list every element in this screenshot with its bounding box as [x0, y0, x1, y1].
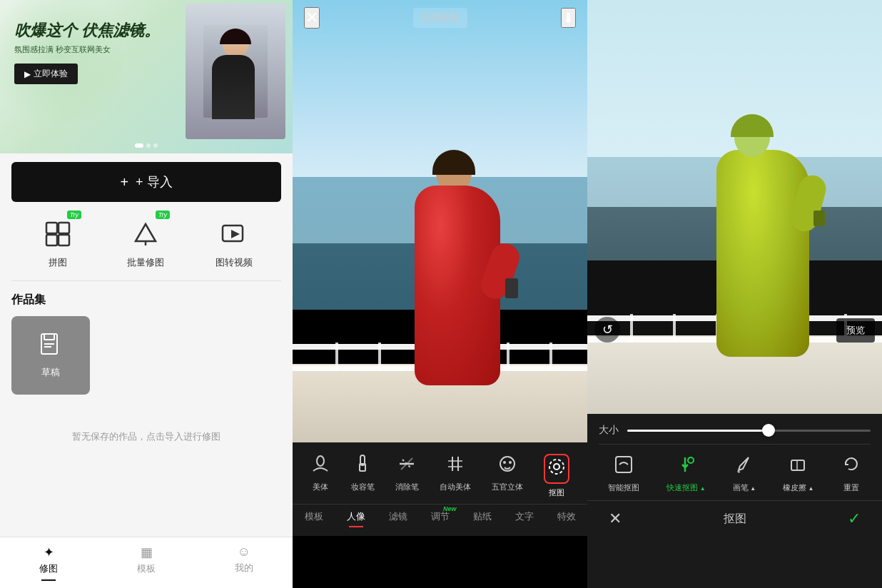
feature-collage[interactable]: Try 拼图: [40, 216, 76, 269]
preview-label: 预览: [846, 325, 865, 335]
nav-tab-adjust[interactable]: New 调节: [424, 509, 457, 524]
tab-mine-label: 我的: [235, 562, 253, 574]
collage-icon: [40, 216, 76, 252]
r-tool-smart-matting[interactable]: 智能抠图: [608, 455, 639, 493]
tab-mine[interactable]: ☺ 我的: [195, 537, 293, 588]
svg-point-25: [554, 464, 559, 470]
tool-auto-beauty[interactable]: 自动美体: [440, 454, 471, 498]
tool-erase[interactable]: 消除笔: [395, 454, 419, 498]
apply-template-button[interactable]: 应用模板: [413, 8, 467, 28]
template-tab-icon: ▦: [141, 544, 153, 560]
svg-rect-26: [616, 457, 632, 472]
r-person-head: [734, 118, 770, 157]
r-person-body: [716, 150, 809, 357]
svg-point-22: [503, 461, 506, 464]
svg-rect-1: [59, 223, 69, 233]
nav-tab-text[interactable]: 文字: [508, 509, 541, 524]
preview-button[interactable]: 预览: [836, 318, 875, 343]
close-button[interactable]: ✕: [304, 7, 320, 29]
makeup-label: 妆容笔: [351, 482, 375, 492]
nav-tab-template[interactable]: 模板: [298, 509, 330, 524]
r-tool-eraser[interactable]: 橡皮擦: [783, 455, 813, 493]
slider-thumb[interactable]: [762, 424, 775, 437]
railing-post-1: [335, 343, 338, 371]
tool-facial[interactable]: 五官立体: [492, 454, 523, 498]
r-railing-post-2: [673, 314, 676, 343]
auto-beauty-label: 自动美体: [440, 482, 471, 492]
draft-item[interactable]: 草稿: [11, 316, 90, 395]
smart-matting-label: 智能抠图: [608, 482, 639, 493]
nav-tab-sticker[interactable]: 贴纸: [466, 509, 499, 524]
nav-tab-portrait[interactable]: 人像: [340, 509, 372, 524]
tab-template[interactable]: ▦ 模板: [98, 537, 196, 588]
empty-state: 暂无保存的作品，点击导入进行修图: [11, 416, 281, 457]
features-row: Try 拼图 Try 批量修图: [0, 211, 293, 280]
right-bottom-controls: 大小 智能抠图 快速抠图: [587, 414, 882, 588]
svg-rect-9: [44, 334, 54, 340]
tool-beauty[interactable]: 美体: [310, 454, 330, 498]
try-badge-collage: Try: [67, 211, 81, 219]
facial-icon: [497, 454, 517, 478]
svg-point-12: [317, 456, 324, 466]
arrow-icon: ▶: [24, 69, 31, 79]
bottom-nav-tabs: 模板 人像 滤镜 New 调节 贴纸 文字 特效: [293, 504, 587, 529]
banner-title: 吹爆这个 伏焦滤镜。: [14, 21, 160, 40]
erase-icon: [397, 454, 417, 478]
r-tool-quick-matting[interactable]: 快速抠图: [666, 455, 705, 493]
reset-icon: [841, 455, 861, 479]
phone: [505, 278, 518, 298]
action-label: 抠图: [724, 512, 746, 527]
person-body: [415, 186, 500, 385]
confirm-button[interactable]: ✓: [848, 510, 861, 528]
r-person-hair: [731, 114, 774, 137]
r-tool-reset[interactable]: 重置: [841, 455, 861, 493]
banner-text: 吹爆这个 伏焦滤镜。 氛围感拉满 秒变互联网美女 ▶ 立即体验: [14, 21, 160, 84]
import-button[interactable]: + + 导入: [11, 162, 281, 202]
size-label: 大小: [599, 424, 619, 437]
portrait-tab-label: 人像: [347, 510, 365, 523]
person-figure: [415, 153, 500, 385]
beauty-label: 美体: [313, 482, 328, 492]
cancel-button[interactable]: ✕: [609, 510, 622, 528]
r-railing-post-1: [630, 314, 633, 343]
r-tool-brush[interactable]: 画笔: [733, 455, 756, 493]
download-button[interactable]: ⬇: [561, 8, 576, 28]
promo-banner: 吹爆这个 伏焦滤镜。 氛围感拉满 秒变互联网美女 ▶ 立即体验 🔍 聚宝滤镜: [0, 0, 293, 153]
svg-marker-4: [136, 224, 156, 241]
brush-icon: [734, 455, 754, 479]
railing-post-6: [549, 343, 552, 371]
eraser-label: 橡皮擦: [783, 482, 813, 493]
middle-toolbar: 美体 妆容笔 消除笔 自动美体: [293, 442, 587, 536]
main-photo: [293, 0, 587, 442]
sticker-tab-label: 贴纸: [473, 510, 492, 523]
nav-tab-filter[interactable]: 滤镜: [382, 509, 415, 524]
try-badge-batch: Try: [156, 211, 170, 219]
dot-3: [153, 143, 158, 148]
tool-matting[interactable]: 抠图: [544, 454, 569, 498]
eraser-icon: [789, 455, 808, 479]
mine-tab-icon: ☺: [237, 544, 250, 559]
works-section: 作品集 草稿 暂无保存的作品，点击导入进行修图: [0, 281, 293, 537]
banner-subtitle: 氛围感拉满 秒变互联网美女: [14, 44, 160, 55]
tool-makeup[interactable]: 妆容笔: [351, 454, 375, 498]
size-slider[interactable]: [627, 430, 871, 432]
special-tab-label: 特效: [557, 510, 576, 523]
feature-batch[interactable]: Try 批量修图: [127, 216, 164, 269]
beauty-icon: [310, 454, 330, 478]
nav-tab-special[interactable]: 特效: [550, 509, 583, 524]
bottom-tabs: ✦ 修图 ▦ 模板 ☺ 我的: [0, 537, 293, 588]
middle-panel: ✕ 应用模板 ⬇: [293, 0, 587, 588]
size-slider-row: 大小: [587, 414, 882, 444]
makeup-icon: [353, 454, 372, 478]
feature-video[interactable]: 图转视频: [216, 216, 253, 269]
right-panel: ↺ 预览 大小 智能抠图: [587, 0, 882, 588]
video-icon: [216, 216, 252, 252]
r-held-object: [813, 211, 825, 226]
tab-edit[interactable]: ✦ 修图: [0, 537, 98, 588]
undo-button[interactable]: ↺: [594, 317, 620, 343]
template-tab-label: 模板: [305, 510, 323, 523]
smart-matting-icon: [614, 455, 634, 479]
draft-icon: [39, 333, 63, 362]
banner-cta-button[interactable]: ▶ 立即体验: [14, 64, 78, 84]
slider-fill: [627, 430, 774, 432]
